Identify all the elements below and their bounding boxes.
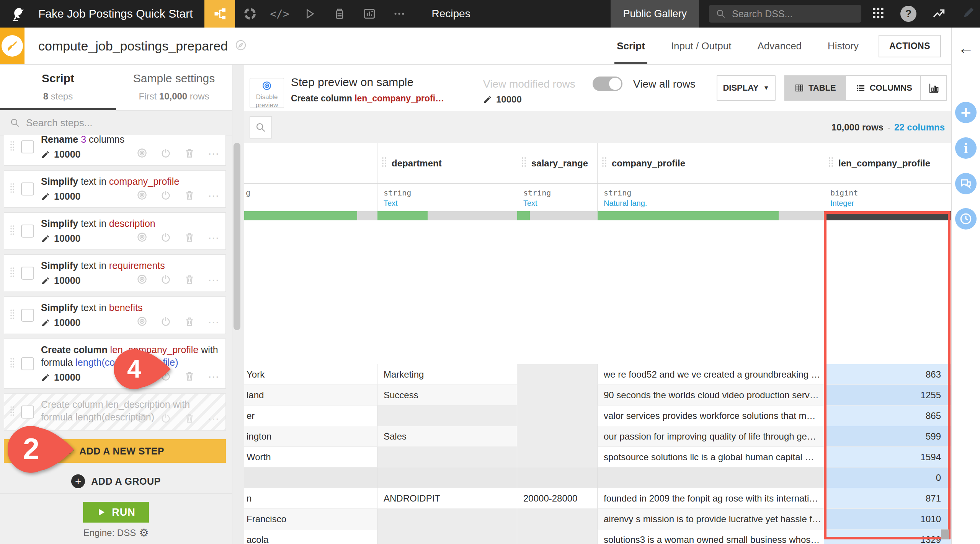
- column-meaning[interactable]: [244, 197, 377, 211]
- disable-step-power-icon[interactable]: [160, 232, 171, 244]
- preview-step-eye-icon[interactable]: [137, 316, 147, 328]
- cell[interactable]: [377, 447, 517, 467]
- dataiku-logo-icon[interactable]: [8, 5, 26, 23]
- cell[interactable]: Sales: [377, 426, 517, 447]
- cell[interactable]: [517, 509, 597, 529]
- column-header-salary_range[interactable]: salary_range: [517, 143, 597, 183]
- script-step-2[interactable]: Simplify text in company_profile10000⋯: [4, 170, 226, 208]
- rail-info-icon[interactable]: i: [955, 137, 977, 159]
- step-more-icon[interactable]: ⋯: [208, 372, 219, 382]
- preview-step-eye-icon[interactable]: [137, 274, 147, 286]
- lab-nav-icon[interactable]: [235, 0, 265, 28]
- preview-step-eye-icon[interactable]: [137, 190, 147, 202]
- cell[interactable]: [517, 364, 597, 385]
- display-dropdown[interactable]: DISPLAY▼: [717, 75, 776, 101]
- step-checkbox[interactable]: [21, 267, 34, 280]
- view-rows-toggle[interactable]: [593, 77, 622, 91]
- cell[interactable]: Success: [377, 385, 517, 406]
- drag-handle-icon[interactable]: [828, 156, 834, 170]
- cell[interactable]: [377, 406, 517, 426]
- cell[interactable]: [517, 385, 597, 406]
- search-input[interactable]: Search DSS...: [709, 5, 861, 23]
- disable-step-power-icon[interactable]: [160, 148, 171, 160]
- step-checkbox[interactable]: [21, 182, 34, 195]
- drag-handle-icon[interactable]: [381, 156, 387, 170]
- cell[interactable]: we re food52 and we ve created a groundb…: [597, 364, 824, 385]
- cell[interactable]: York: [244, 364, 377, 385]
- column-meaning[interactable]: Integer: [824, 197, 952, 211]
- script-step-1[interactable]: Rename 3 columns10000⋯: [4, 135, 226, 166]
- drag-handle-icon[interactable]: [10, 309, 15, 322]
- charts-button[interactable]: [920, 75, 947, 101]
- delete-step-trash-icon[interactable]: [184, 148, 195, 160]
- step-checkbox[interactable]: [21, 309, 34, 322]
- drag-handle-icon[interactable]: [521, 156, 527, 170]
- disable-step-power-icon[interactable]: [160, 413, 171, 425]
- code-nav-icon[interactable]: </>: [265, 0, 295, 28]
- drag-handle-icon[interactable]: [10, 357, 15, 370]
- collapse-panel-arrow-icon[interactable]: ←: [952, 39, 980, 57]
- column-header-department[interactable]: department: [377, 143, 517, 183]
- cell[interactable]: [517, 529, 597, 544]
- cell[interactable]: [517, 467, 597, 488]
- cell[interactable]: land: [244, 385, 377, 406]
- cell[interactable]: acola: [244, 529, 377, 544]
- cell[interactable]: [597, 467, 824, 488]
- cell[interactable]: [244, 467, 377, 488]
- step-checkbox[interactable]: [21, 357, 34, 370]
- disable-step-power-icon[interactable]: [160, 316, 171, 328]
- cell[interactable]: [517, 406, 597, 426]
- column-meaning[interactable]: Natural lang.: [598, 197, 824, 211]
- step-checkbox[interactable]: [21, 225, 34, 238]
- step-more-icon[interactable]: ⋯: [208, 414, 219, 424]
- sidebar-scrollbar[interactable]: [234, 143, 240, 330]
- delete-step-trash-icon[interactable]: [184, 316, 195, 328]
- cell[interactable]: airenvy s mission is to provide lucrativ…: [597, 509, 824, 529]
- tab-input-output[interactable]: Input / Output: [658, 28, 745, 64]
- column-meaning[interactable]: Text: [517, 197, 597, 211]
- step-more-icon[interactable]: ⋯: [208, 317, 219, 327]
- column-header-company_profile[interactable]: company_profile: [597, 143, 824, 183]
- step-more-icon[interactable]: ⋯: [208, 233, 219, 243]
- column-count[interactable]: 22 columns: [894, 122, 945, 133]
- cell[interactable]: Worth: [244, 447, 377, 467]
- preview-step-eye-icon[interactable]: [137, 148, 147, 160]
- rail-history-icon[interactable]: [955, 208, 977, 230]
- rail-add-icon[interactable]: +: [955, 102, 977, 123]
- step-more-icon[interactable]: ⋯: [208, 275, 219, 285]
- cell[interactable]: [377, 509, 517, 529]
- cell[interactable]: [517, 426, 597, 447]
- columns-view-button[interactable]: COLUMNS: [846, 76, 922, 100]
- delete-step-trash-icon[interactable]: [184, 371, 195, 383]
- step-more-icon[interactable]: ⋯: [208, 149, 219, 159]
- sidebar-tab-script[interactable]: Script 8 steps: [0, 64, 116, 110]
- compass-status-icon[interactable]: [235, 39, 247, 53]
- cell[interactable]: 20000-28000: [517, 488, 597, 509]
- cell[interactable]: [517, 447, 597, 467]
- cell[interactable]: ANDROIDPIT: [377, 488, 517, 509]
- drag-handle-icon[interactable]: [10, 140, 15, 153]
- drag-handle-icon[interactable]: [10, 406, 15, 419]
- step-checkbox[interactable]: [21, 140, 34, 153]
- cell[interactable]: Marketing: [377, 364, 517, 385]
- column-header-len_company_profile[interactable]: len_company_profile: [824, 143, 952, 183]
- activity-trend-icon[interactable]: [932, 6, 946, 22]
- drag-handle-icon[interactable]: [601, 156, 607, 170]
- public-gallery-button[interactable]: Public Gallery: [611, 0, 699, 28]
- cell[interactable]: spotsource solutions llc is a global hum…: [597, 447, 824, 467]
- cell[interactable]: 90 seconds the worlds cloud video produc…: [597, 385, 824, 406]
- tab-script[interactable]: Script: [604, 28, 658, 64]
- rail-discussions-icon[interactable]: [955, 173, 977, 194]
- jobs-nav-icon[interactable]: [325, 0, 354, 28]
- preview-step-eye-icon[interactable]: [137, 232, 147, 244]
- run-button[interactable]: RUN: [83, 502, 149, 523]
- delete-step-trash-icon[interactable]: [184, 190, 195, 202]
- script-step-5[interactable]: Simplify text in benefits10000⋯: [4, 296, 226, 334]
- view-all-rows-label[interactable]: View all rows: [633, 78, 696, 90]
- column-header-clipped[interactable]: [244, 143, 377, 183]
- cell[interactable]: n: [244, 488, 377, 509]
- apps-grid-icon[interactable]: [871, 6, 885, 21]
- dashboards-nav-icon[interactable]: [354, 0, 384, 28]
- disable-step-power-icon[interactable]: [160, 190, 171, 202]
- delete-step-trash-icon[interactable]: [184, 232, 195, 244]
